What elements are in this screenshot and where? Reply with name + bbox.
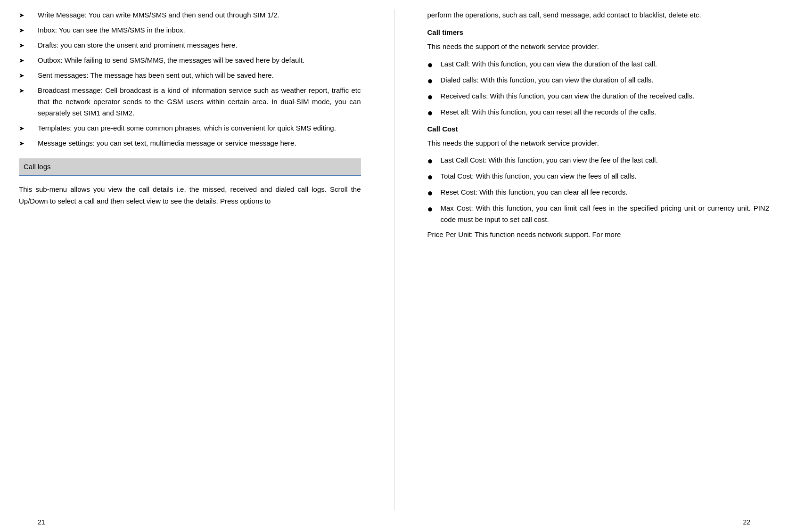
call-timers-intro: This needs the support of the network se… [427,41,770,53]
bullet-text: Drafts: you can store the unsent and pro… [38,40,361,51]
dot-text: Last Call: With this function, you can v… [441,58,770,71]
left-page-number: 21 [38,517,45,527]
dot-icon: ● [427,187,437,199]
list-item: ● Received calls: With this function, yo… [427,90,770,103]
bullet-text: Templates: you can pre-edit some common … [38,123,361,134]
list-item: ● Total Cost: With this function, you ca… [427,171,770,183]
list-item: ● Reset Cost: With this function, you ca… [427,187,770,199]
list-item: ➤ Inbox: You can see the MMS/SMS in the … [19,25,361,36]
arrow-icon: ➤ [19,85,33,119]
bullet-text: Message settings: you can set text, mult… [38,138,361,149]
dot-icon: ● [427,74,437,87]
bullet-list: ➤ Write Message: You can write MMS/SMS a… [19,9,361,149]
dot-icon: ● [427,171,437,183]
page-footer: 21 22 [0,515,788,532]
columns-wrapper: ➤ Write Message: You can write MMS/SMS a… [0,0,788,515]
dot-icon: ● [427,106,437,119]
dot-text: Last Call Cost: With this function, you … [441,155,770,167]
dot-icon: ● [427,90,437,103]
list-item: ● Max Cost: With this function, you can … [427,203,770,225]
list-item: ➤ Broadcast message: Cell broadcast is a… [19,85,361,119]
call-cost-heading: Call Cost [427,123,770,135]
arrow-icon: ➤ [19,123,33,134]
call-cost-intro: This needs the support of the network se… [427,138,770,149]
list-item: ➤ Message settings: you can set text, mu… [19,138,361,149]
right-page-number: 22 [743,517,750,527]
arrow-icon: ➤ [19,138,33,149]
list-item: ➤ Sent messages: The message has been se… [19,70,361,81]
list-item: ➤ Drafts: you can store the unsent and p… [19,40,361,51]
call-timers-heading: Call timers [427,27,770,38]
list-item: ➤ Write Message: You can write MMS/SMS a… [19,9,361,21]
list-item: ● Last Call: With this function, you can… [427,58,770,71]
list-item: ● Dialed calls: With this function, you … [427,74,770,87]
left-column: ➤ Write Message: You can write MMS/SMS a… [19,9,370,510]
call-logs-header: Call logs [19,158,361,176]
column-divider [394,9,394,510]
list-item: ➤ Templates: you can pre-edit some commo… [19,123,361,134]
page-container: ➤ Write Message: You can write MMS/SMS a… [0,0,788,532]
list-item: ● Reset all: With this function, you can… [427,106,770,119]
bullet-text: Sent messages: The message has been sent… [38,70,361,81]
dot-text: Reset Cost: With this function, you can … [441,187,770,199]
arrow-icon: ➤ [19,55,33,66]
dot-text: Received calls: With this function, you … [441,90,770,103]
bullet-text: Write Message: You can write MMS/SMS and… [38,9,361,21]
right-intro: perform the operations, such as call, se… [427,9,770,21]
dot-text: Max Cost: With this function, you can li… [441,203,770,225]
dot-text: Reset all: With this function, you can r… [441,106,770,119]
dot-icon: ● [427,58,437,71]
arrow-icon: ➤ [19,70,33,81]
dot-icon: ● [427,155,437,167]
right-column: perform the operations, such as call, se… [418,9,770,510]
dot-icon: ● [427,203,437,225]
bullet-text: Outbox: While failing to send SMS/MMS, t… [38,55,361,66]
list-item: ● Last Call Cost: With this function, yo… [427,155,770,167]
bullet-text: Inbox: You can see the MMS/SMS in the in… [38,25,361,36]
dot-text: Total Cost: With this function, you can … [441,171,770,183]
dot-text: Dialed calls: With this function, you ca… [441,74,770,87]
call-logs-body: This sub-menu allows you view the call d… [19,184,361,207]
arrow-icon: ➤ [19,25,33,36]
list-item: ➤ Outbox: While failing to send SMS/MMS,… [19,55,361,66]
bullet-text: Broadcast message: Cell broadcast is a k… [38,85,361,119]
arrow-icon: ➤ [19,40,33,51]
trailing-text: Price Per Unit: This function needs netw… [427,229,770,241]
arrow-icon: ➤ [19,9,33,21]
